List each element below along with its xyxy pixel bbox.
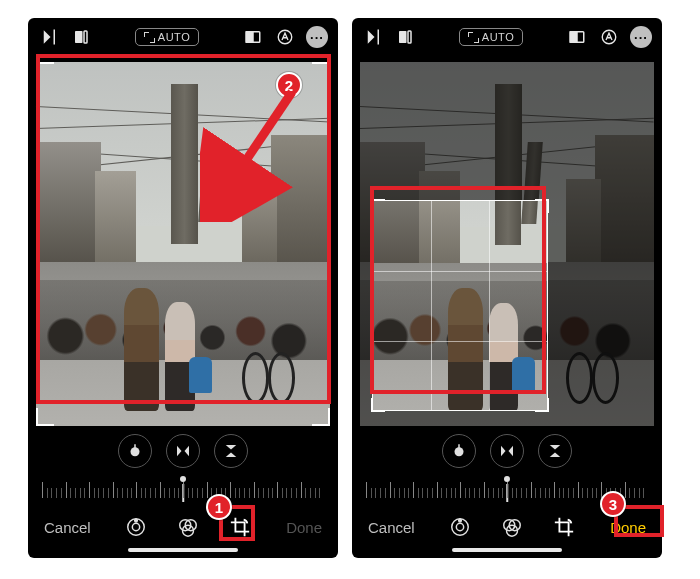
svg-marker-0 [44,30,51,44]
photo-content [36,62,330,426]
straighten-ruler[interactable] [42,476,324,506]
svg-marker-9 [177,446,182,457]
auto-label: AUTO [158,31,190,43]
crop-selection[interactable] [372,200,548,411]
phone-left: AUTO ··· [28,18,338,558]
auto-label: AUTO [482,31,514,43]
svg-point-34 [459,519,462,522]
home-indicator[interactable] [128,548,238,552]
crop-handle-tl[interactable] [371,199,385,213]
straighten-ruler[interactable] [366,476,648,506]
crop-handle-br[interactable] [535,398,549,412]
svg-point-7 [131,447,140,456]
auto-button[interactable]: AUTO [459,28,523,46]
photo-canvas[interactable] [36,62,330,426]
rotate-icon[interactable] [118,434,152,468]
filters-icon[interactable] [177,516,199,538]
svg-marker-30 [550,445,561,450]
crop-handle-tr[interactable] [312,62,330,80]
transform-controls [28,434,338,468]
svg-rect-8 [134,444,136,448]
cancel-button[interactable]: Cancel [368,519,415,536]
top-toolbar: AUTO ··· [28,18,338,56]
crop-handle-br[interactable] [312,408,330,426]
done-button[interactable]: Done [610,519,646,536]
mirror-horizontal-icon[interactable] [490,434,524,468]
crop-handle-bl[interactable] [36,408,54,426]
markup-icon[interactable] [598,26,620,48]
svg-point-33 [457,523,464,530]
markup-icon[interactable] [274,26,296,48]
svg-rect-22 [408,31,411,43]
top-toolbar: AUTO ··· [352,18,662,56]
svg-point-26 [455,447,464,456]
svg-rect-5 [246,32,253,43]
aspect-ratio-icon[interactable] [566,26,588,48]
cancel-button[interactable]: Cancel [44,519,91,536]
aspect-ratio-icon[interactable] [242,26,264,48]
done-button: Done [286,519,322,536]
svg-marker-11 [226,445,237,450]
flip-horizontal-icon[interactable] [394,26,416,48]
crop-handle-tl[interactable] [36,62,54,80]
mirror-vertical-icon[interactable] [538,434,572,468]
rotate-icon[interactable] [442,434,476,468]
transform-controls [352,434,662,468]
svg-rect-2 [75,31,83,43]
flip-vertical-icon[interactable] [38,26,60,48]
svg-rect-3 [84,31,87,43]
svg-marker-12 [226,453,237,458]
crop-handle-tr[interactable] [535,199,549,213]
svg-rect-27 [458,444,460,448]
flip-horizontal-icon[interactable] [70,26,92,48]
phone-right: AUTO ··· [352,18,662,558]
mirror-vertical-icon[interactable] [214,434,248,468]
bottom-bar: Cancel Done [28,506,338,546]
bottom-bar: Cancel Done [352,506,662,546]
svg-marker-10 [185,446,190,457]
auto-button[interactable]: AUTO [135,28,199,46]
crop-icon[interactable] [553,516,575,538]
photo-canvas[interactable] [360,62,654,426]
svg-rect-24 [570,32,577,43]
svg-marker-29 [509,446,514,457]
home-indicator[interactable] [452,548,562,552]
mirror-horizontal-icon[interactable] [166,434,200,468]
crop-handle-bl[interactable] [371,398,385,412]
crop-icon[interactable] [229,516,251,538]
svg-marker-28 [501,446,506,457]
more-icon[interactable]: ··· [630,26,652,48]
svg-marker-19 [368,30,375,44]
adjust-icon[interactable] [449,516,471,538]
svg-point-15 [135,519,138,522]
more-icon[interactable]: ··· [306,26,328,48]
adjust-icon[interactable] [125,516,147,538]
svg-rect-21 [399,31,407,43]
filters-icon[interactable] [501,516,523,538]
svg-marker-31 [550,453,561,458]
svg-point-14 [133,523,140,530]
flip-vertical-icon[interactable] [362,26,384,48]
